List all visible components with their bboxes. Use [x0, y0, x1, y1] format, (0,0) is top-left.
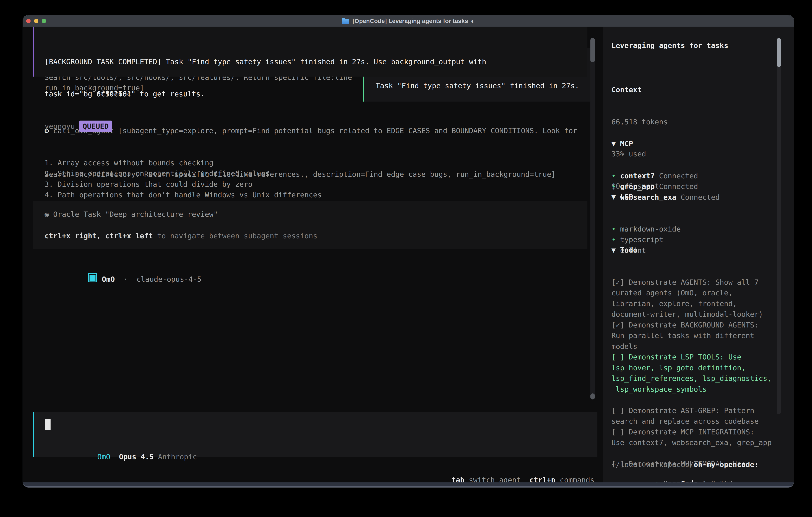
title-bar: [OpenCode] Leveraging agents for tasks ◐ [23, 16, 793, 27]
task-user: yeongyu [45, 122, 75, 130]
prompt-input[interactable]: OmO Opus 4.5 Anthropic [33, 412, 598, 457]
oracle-hint-line: ctrl+x right, ctrl+x left to navigate be… [45, 230, 317, 241]
todo-line: Run parallel tasks with different [611, 330, 772, 341]
agent-name: OmO [102, 275, 115, 283]
todo-heading-text: Todo [620, 246, 637, 254]
tool-call-item: 4. Path operations that don't handle Win… [45, 190, 577, 200]
todo-line: document-writer, multimodal-looker) [611, 309, 772, 320]
todo-line: search and replace across codebase [611, 416, 772, 427]
text-cursor [46, 419, 51, 430]
oracle-task-box: ◉ Oracle Task "Deep architecture review"… [33, 201, 587, 249]
tab-key-hint: tab [452, 476, 465, 483]
window-footer-strip [23, 483, 793, 487]
task-line-2: task_id="bg_6f59260c" to get results. [45, 88, 587, 99]
todo-line: lsp_hover, lsp_goto_definition, [611, 362, 772, 373]
todo-line: [✓] Demonstrate AGENTS: Show all 7 [611, 277, 772, 288]
todo-heading-label [616, 246, 620, 254]
separator-dot [115, 275, 123, 283]
tab-label: switch agent [469, 476, 521, 483]
version-line: • OpenCode 1.0.163 [611, 467, 733, 483]
conversation-scrollbar-thumb[interactable] [590, 38, 595, 62]
todo-line: [ ] Demonstrate LSP TOOLS: Use [611, 352, 772, 362]
ctrlp-label: commands [560, 476, 594, 483]
mcp-heading-label [616, 140, 620, 148]
window-content: 3. File handles or streams not closed4. … [23, 27, 793, 483]
input-provider-name: Anthropic [158, 453, 197, 461]
input-model-name: Opus 4.5 [119, 453, 153, 461]
agent-model [128, 275, 137, 283]
sidebar: Leveraging agents for tasks Context 66,5… [603, 27, 793, 483]
session-title: Leveraging agents for tasks [611, 40, 728, 51]
version-name-bold: Code [681, 479, 698, 483]
lsp-heading[interactable]: ▼ LSP [611, 192, 681, 202]
bullet-dot-icon: • [655, 479, 659, 483]
record-circle-icon: ◉ [45, 210, 49, 218]
queued-badge: QUEUED [79, 120, 112, 132]
todo-line: lsp_workspace_symbols [611, 384, 772, 394]
version-number: 1.0.163 [698, 479, 733, 483]
mcp-heading-text: MCP [620, 140, 633, 148]
conversation-scrollbar-track[interactable] [590, 38, 595, 399]
task-line-1: [BACKGROUND TASK COMPLETED] Task "Find t… [45, 56, 587, 67]
todo-line: [ ] Demonstrate AST-GREP: Pattern [611, 405, 772, 416]
status-right: tab switch agent ctrl+p commands [408, 464, 594, 483]
sidebar-scrollbar-thumb[interactable] [777, 38, 781, 67]
lsp-heading-label [616, 193, 620, 201]
todo-line [611, 394, 772, 405]
collapse-triangle-icon: ▼ [611, 193, 616, 201]
oracle-hint-rest: to navigate between subagent sessions [153, 232, 318, 240]
task-meta-row: yeongyuQUEUED [45, 120, 587, 132]
half-circle-icon: ◐ [471, 18, 474, 24]
tool-call-item: 1. Array access without bounds checking [45, 158, 577, 168]
conversation-scrollbar-nub[interactable] [590, 393, 595, 400]
todo-line: [✓] Demonstrate BACKGROUND AGENTS: [611, 320, 772, 330]
agent-model-name: claude-opus-4-5 [137, 275, 201, 283]
status-left: esc interrupt [36, 464, 136, 483]
ctrlp-key-hint: ctrl+p [529, 476, 555, 483]
folder-icon [342, 19, 349, 24]
conversation-pane: 3. File handles or streams not closed4. … [23, 27, 603, 483]
collapse-triangle-icon: ▼ [611, 140, 616, 148]
todo-line: curated agents (OmO, oracle, [611, 288, 772, 298]
collapse-triangle-icon: ▼ [611, 246, 616, 254]
window-title-row: [OpenCode] Leveraging agents for tasks ◐ [23, 16, 793, 27]
context-heading: Context [611, 84, 668, 95]
window-title: [OpenCode] Leveraging agents for tasks [352, 18, 468, 24]
lsp-heading-text: LSP [620, 193, 633, 201]
separator-glyph: · [123, 275, 128, 283]
agent-square-icon [88, 273, 97, 282]
oracle-hint-keys: ctrl+x right, ctrl+x left [45, 232, 153, 240]
todo-line: lsp_find_references, lsp_diagnostics, [611, 373, 772, 384]
search-prompt-line: Search src/ directory. Return specific f… [45, 169, 556, 180]
todo-line: [ ] Demonstrate MCP INTEGRATIONS: [611, 427, 772, 437]
sidebar-scrollbar-track[interactable] [777, 38, 781, 414]
tool-call-item: 3. Division operations that could divide… [45, 179, 577, 190]
input-agent-name: OmO [97, 453, 110, 461]
oracle-title-line: ◉ Oracle Task "Deep architecture review" [45, 209, 218, 220]
background-task-box: [BACKGROUND TASK COMPLETED] Task "Find t… [33, 27, 587, 77]
agent-header: OmO · claude-opus-4-5 [45, 262, 201, 295]
todo-line: models [611, 341, 772, 352]
mcp-heading[interactable]: ▼ MCP [611, 138, 720, 149]
oracle-title: Oracle Task "Deep architecture review" [49, 210, 218, 218]
mcp-item-status: Connected [681, 193, 720, 201]
version-name-grey: Open [663, 479, 681, 483]
todo-heading[interactable]: ▼ Todo [611, 245, 772, 255]
desktop: [OpenCode] Leveraging agents for tasks ◐… [0, 0, 812, 517]
todo-line: librarian, explore, frontend, [611, 298, 772, 309]
opencode-window: [OpenCode] Leveraging agents for tasks ◐… [23, 16, 793, 487]
